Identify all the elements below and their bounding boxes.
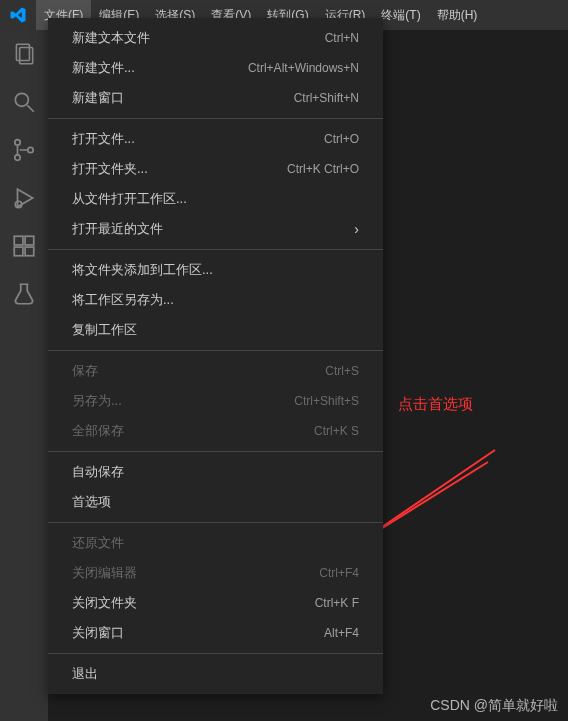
svg-point-2 — [15, 93, 28, 106]
menu-separator — [48, 653, 383, 654]
menu-help[interactable]: 帮助(H) — [429, 0, 486, 30]
menu-item-label: 打开最近的文件 — [72, 220, 163, 238]
menu-item-label: 新建文本文件 — [72, 29, 150, 47]
menu-item-将工作区另存为...[interactable]: 将工作区另存为... — [48, 285, 383, 315]
svg-line-3 — [27, 105, 34, 112]
menu-item-关闭文件夹[interactable]: 关闭文件夹Ctrl+K F — [48, 588, 383, 618]
search-icon[interactable] — [10, 88, 38, 116]
menu-item-shortcut: Ctrl+F4 — [319, 566, 359, 580]
menu-item-保存: 保存Ctrl+S — [48, 356, 383, 386]
menu-item-新建文本文件[interactable]: 新建文本文件Ctrl+N — [48, 23, 383, 53]
menu-item-全部保存: 全部保存Ctrl+K S — [48, 416, 383, 446]
menu-item-label: 全部保存 — [72, 422, 124, 440]
menu-item-新建文件...[interactable]: 新建文件...Ctrl+Alt+Windows+N — [48, 53, 383, 83]
svg-rect-11 — [25, 247, 34, 256]
svg-point-5 — [15, 155, 20, 160]
menu-item-shortcut: Ctrl+K S — [314, 424, 359, 438]
menu-item-打开文件夹...[interactable]: 打开文件夹...Ctrl+K Ctrl+O — [48, 154, 383, 184]
menu-item-shortcut: Ctrl+N — [325, 31, 359, 45]
menu-item-label: 打开文件... — [72, 130, 135, 148]
svg-rect-10 — [14, 247, 23, 256]
menu-item-label: 将文件夹添加到工作区... — [72, 261, 213, 279]
svg-marker-7 — [18, 189, 33, 206]
activity-bar — [0, 30, 48, 721]
menu-separator — [48, 350, 383, 351]
extensions-icon[interactable] — [10, 232, 38, 260]
menu-item-label: 还原文件 — [72, 534, 124, 552]
menu-item-新建窗口[interactable]: 新建窗口Ctrl+Shift+N — [48, 83, 383, 113]
menu-item-关闭窗口[interactable]: 关闭窗口Alt+F4 — [48, 618, 383, 648]
menu-item-还原文件: 还原文件 — [48, 528, 383, 558]
menu-separator — [48, 118, 383, 119]
vscode-logo-icon — [8, 5, 28, 25]
menu-terminal-label: 终端(T) — [381, 7, 420, 24]
menu-item-shortcut: Ctrl+Shift+N — [294, 91, 359, 105]
menu-item-首选项[interactable]: 首选项 — [48, 487, 383, 517]
menu-separator — [48, 249, 383, 250]
menu-item-label: 从文件打开工作区... — [72, 190, 187, 208]
chevron-right-icon: › — [354, 221, 359, 237]
testing-icon[interactable] — [10, 280, 38, 308]
menu-item-label: 关闭编辑器 — [72, 564, 137, 582]
menu-item-label: 关闭文件夹 — [72, 594, 137, 612]
menu-item-shortcut: Ctrl+K Ctrl+O — [287, 162, 359, 176]
menu-item-shortcut: Alt+F4 — [324, 626, 359, 640]
menu-item-label: 关闭窗口 — [72, 624, 124, 642]
menu-item-label: 复制工作区 — [72, 321, 137, 339]
menu-item-label: 首选项 — [72, 493, 111, 511]
menu-item-shortcut: Ctrl+Alt+Windows+N — [248, 61, 359, 75]
menu-item-shortcut: Ctrl+S — [325, 364, 359, 378]
explorer-icon[interactable] — [10, 40, 38, 68]
menu-item-label: 自动保存 — [72, 463, 124, 481]
annotation-text: 点击首选项 — [398, 395, 473, 414]
run-debug-icon[interactable] — [10, 184, 38, 212]
menu-item-label: 保存 — [72, 362, 98, 380]
menu-item-打开文件...[interactable]: 打开文件...Ctrl+O — [48, 124, 383, 154]
menu-item-从文件打开工作区...[interactable]: 从文件打开工作区... — [48, 184, 383, 214]
svg-rect-9 — [14, 236, 23, 245]
menu-help-label: 帮助(H) — [437, 7, 478, 24]
menu-item-label: 将工作区另存为... — [72, 291, 174, 309]
file-menu-dropdown: 新建文本文件Ctrl+N新建文件...Ctrl+Alt+Windows+N新建窗… — [48, 18, 383, 694]
svg-point-4 — [15, 140, 20, 145]
svg-point-6 — [28, 147, 33, 152]
menu-item-将文件夹添加到工作区...[interactable]: 将文件夹添加到工作区... — [48, 255, 383, 285]
menu-item-退出[interactable]: 退出 — [48, 659, 383, 689]
menu-separator — [48, 522, 383, 523]
menu-item-另存为...: 另存为...Ctrl+Shift+S — [48, 386, 383, 416]
menu-item-复制工作区[interactable]: 复制工作区 — [48, 315, 383, 345]
menu-item-label: 新建文件... — [72, 59, 135, 77]
menu-separator — [48, 451, 383, 452]
menu-item-关闭编辑器: 关闭编辑器Ctrl+F4 — [48, 558, 383, 588]
menu-item-shortcut: Ctrl+O — [324, 132, 359, 146]
menu-item-自动保存[interactable]: 自动保存 — [48, 457, 383, 487]
watermark-text: CSDN @简单就好啦 — [430, 697, 558, 715]
menu-item-label: 退出 — [72, 665, 98, 683]
svg-rect-12 — [25, 236, 34, 245]
source-control-icon[interactable] — [10, 136, 38, 164]
menu-item-shortcut: Ctrl+K F — [315, 596, 359, 610]
menu-item-打开最近的文件[interactable]: 打开最近的文件› — [48, 214, 383, 244]
menu-item-label: 另存为... — [72, 392, 122, 410]
menu-item-label: 打开文件夹... — [72, 160, 148, 178]
menu-item-label: 新建窗口 — [72, 89, 124, 107]
menu-item-shortcut: Ctrl+Shift+S — [294, 394, 359, 408]
